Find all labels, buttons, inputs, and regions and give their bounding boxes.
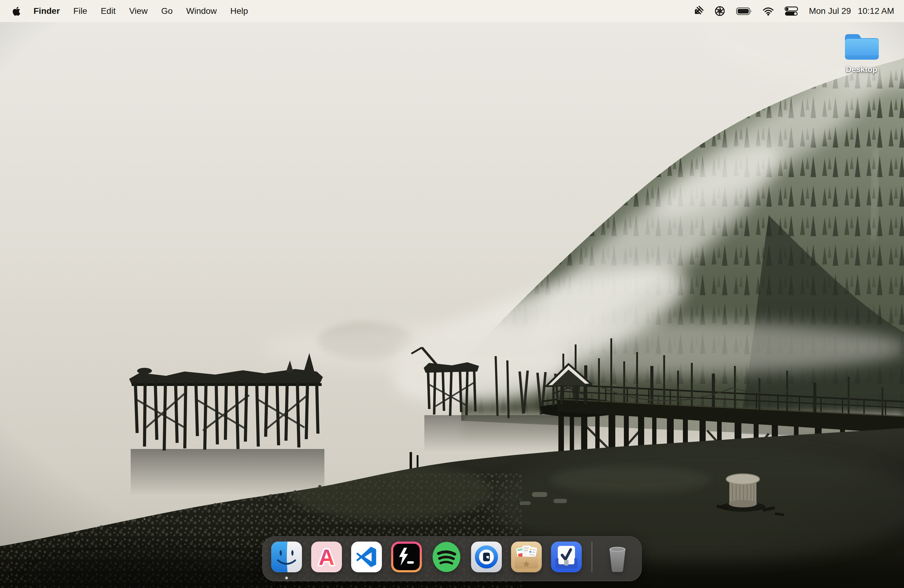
control-center-glyph bbox=[784, 6, 798, 16]
menu-bar-clock[interactable]: Mon Jul 29 10:12 AM bbox=[803, 6, 895, 16]
dock-separator bbox=[592, 542, 592, 572]
desktop-folder-icon[interactable]: Desktop bbox=[838, 31, 885, 74]
menu-item-window[interactable]: Window bbox=[179, 0, 224, 22]
dock-item-things[interactable] bbox=[550, 541, 582, 573]
menu-item-help[interactable]: Help bbox=[224, 0, 255, 22]
dock-item-cardbox[interactable] bbox=[510, 541, 542, 573]
wallpaper-foggy-pier-scene bbox=[0, 0, 904, 588]
wifi-glyph bbox=[763, 7, 774, 16]
dock-item-1password[interactable] bbox=[471, 541, 503, 573]
menu-app-name[interactable]: Finder bbox=[27, 0, 67, 22]
apple-logo-icon bbox=[12, 6, 21, 16]
hyperkey-glyph bbox=[692, 6, 703, 17]
wifi-icon[interactable] bbox=[757, 0, 779, 22]
desktop-folder-label: Desktop bbox=[846, 65, 877, 74]
aperture-glyph bbox=[714, 5, 725, 17]
clock-time: 10:12 AM bbox=[858, 6, 894, 16]
arc-browser-icon: A bbox=[311, 541, 343, 573]
warp-terminal-icon bbox=[390, 541, 422, 573]
battery-icon[interactable] bbox=[731, 0, 757, 22]
clock-date: Mon Jul 29 bbox=[809, 6, 851, 16]
menu-bar-status-area: Mon Jul 29 10:12 AM bbox=[687, 0, 895, 22]
menu-item-view[interactable]: View bbox=[122, 0, 154, 22]
battery-glyph bbox=[736, 7, 752, 15]
dock-item-spotify[interactable] bbox=[430, 541, 463, 573]
finder-icon bbox=[270, 541, 303, 573]
spotify-icon bbox=[430, 541, 463, 573]
dock-item-trash[interactable] bbox=[601, 541, 634, 573]
menu-item-go[interactable]: Go bbox=[154, 0, 179, 22]
control-center-icon[interactable] bbox=[779, 0, 803, 22]
hyperkey-icon[interactable] bbox=[687, 0, 709, 22]
menu-bar: Finder File Edit View Go Window Help bbox=[0, 0, 904, 22]
menu-bar-left: Finder File Edit View Go Window Help bbox=[12, 0, 255, 22]
apple-menu[interactable] bbox=[12, 0, 27, 22]
trash-icon bbox=[601, 541, 634, 573]
dock-item-vscode[interactable] bbox=[351, 541, 382, 573]
svg-text:A: A bbox=[319, 545, 335, 569]
running-indicator bbox=[285, 577, 288, 579]
dock: A bbox=[262, 536, 642, 581]
blue-folder-icon bbox=[842, 31, 880, 62]
dock-item-arc[interactable]: A bbox=[311, 541, 343, 573]
desktop-wallpaper bbox=[0, 0, 904, 588]
menu-item-file[interactable]: File bbox=[67, 0, 94, 22]
menu-item-edit[interactable]: Edit bbox=[94, 0, 122, 22]
things-icon bbox=[550, 541, 582, 573]
card-file-box-icon bbox=[510, 541, 542, 573]
aperture-icon[interactable] bbox=[709, 0, 731, 22]
1password-icon bbox=[471, 541, 503, 573]
dock-item-warp[interactable] bbox=[390, 541, 422, 573]
vscode-icon bbox=[351, 541, 382, 573]
dock-item-finder[interactable] bbox=[270, 541, 303, 573]
